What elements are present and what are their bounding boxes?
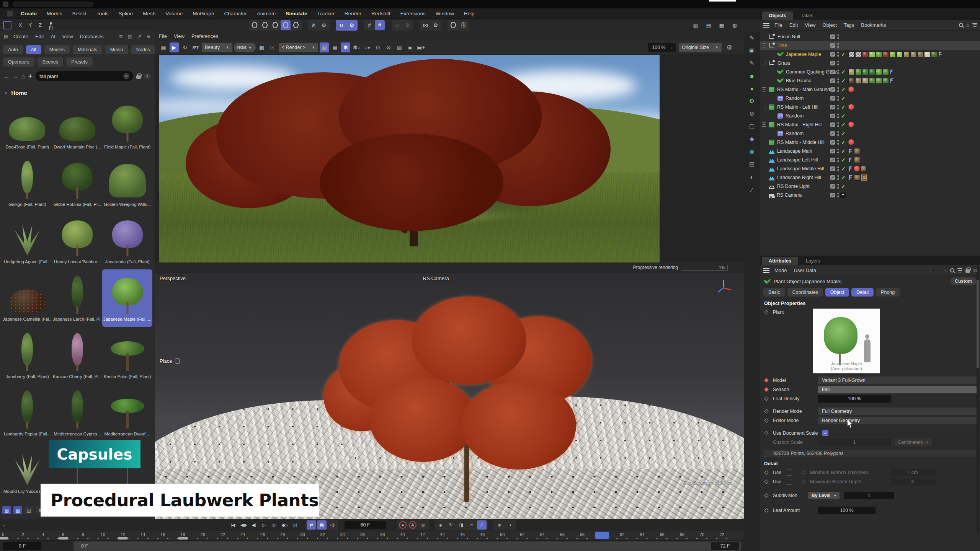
menu-window[interactable]: Window (431, 11, 459, 16)
ball-tag-icon[interactable] (854, 174, 860, 181)
material-chip[interactable] (917, 51, 923, 57)
prev-key-button[interactable]: ◀◆ (238, 520, 248, 530)
capsule-sphere-icon[interactable]: ◍ (730, 20, 740, 30)
hamburger-icon[interactable] (763, 23, 769, 28)
menu-animate[interactable]: Animate (252, 11, 281, 16)
asset-item-japanese-larch[interactable]: Japanese Larch (Fall, Pl... (52, 269, 103, 327)
asset-item-field-maple[interactable]: Field Maple (Fall, Plant) (102, 97, 152, 155)
snapshot-icon[interactable]: ✱ (341, 42, 350, 52)
record-pla-button[interactable]: ∕ (477, 520, 487, 530)
object-row-blue-grama[interactable]: Blue Grama✓ (760, 76, 980, 85)
object-row-common-quaking-grass[interactable]: Common Quaking Grass✓ (760, 67, 980, 76)
layer-chip-icon[interactable] (830, 105, 835, 109)
database-icon[interactable]: ≣ (117, 33, 125, 40)
layer-chip-icon[interactable] (830, 158, 835, 162)
flag-tag-icon[interactable] (848, 148, 853, 154)
layer-chip-icon[interactable] (830, 149, 835, 153)
leaf-density-field[interactable]: 100 % (818, 395, 891, 403)
min-branch-field[interactable]: 1 cm (890, 469, 936, 476)
menu-help[interactable]: Help (459, 11, 480, 16)
object-row-landscape-main[interactable]: Landscape Main✓ (760, 147, 980, 155)
leaf-amount-field[interactable]: 100 % (818, 507, 875, 514)
clear-search-icon[interactable]: ✕ (123, 73, 129, 79)
search-icon[interactable] (950, 268, 954, 272)
object-row-tree[interactable]: −Tree (760, 41, 980, 50)
layer-chip-icon[interactable] (830, 122, 835, 127)
material-chip[interactable] (848, 69, 854, 75)
material-chip[interactable] (869, 78, 875, 84)
crop-icon[interactable]: ⊡ (268, 42, 277, 52)
forward-icon[interactable]: → (937, 267, 942, 273)
autokey-icon[interactable]: Ⓐ (459, 20, 469, 30)
flag-tag-icon[interactable] (848, 157, 853, 163)
property-bullet[interactable] (764, 508, 768, 512)
visibility-dots[interactable] (837, 105, 839, 109)
layer-chip-icon[interactable] (830, 96, 835, 101)
enabled-check-icon[interactable]: ✓ (841, 122, 846, 128)
back-icon[interactable]: ← (929, 267, 934, 273)
visibility-dots[interactable] (837, 184, 839, 189)
disable-icon[interactable]: ⊘ (746, 109, 757, 119)
section-tab-detail[interactable]: Detail (851, 288, 874, 297)
use-max-branch-checkbox[interactable] (786, 479, 792, 485)
collapse-chevron-icon[interactable]: ‹ (3, 522, 5, 528)
shading-mode-icon-3[interactable] (270, 20, 280, 30)
rt-toggle[interactable]: RT (191, 42, 200, 52)
material-chip[interactable] (848, 51, 854, 57)
selected-maple-tree[interactable] (323, 293, 614, 502)
panel-layout-icon[interactable]: ▥ (126, 33, 134, 40)
menu-tools[interactable]: Tools (91, 11, 114, 16)
menu-character[interactable]: Character (219, 11, 252, 16)
category-tab-presets[interactable]: Presets (66, 57, 92, 67)
layer-chip-icon[interactable] (830, 78, 835, 83)
region-icon[interactable]: ⊠ (384, 42, 393, 52)
autokey-button[interactable]: A (409, 521, 416, 529)
material-chip[interactable] (903, 51, 910, 57)
mograph-settings-icon[interactable]: ⚙ (431, 20, 441, 30)
enabled-check-icon[interactable]: ✓ (841, 69, 846, 75)
asset-item-lombardy-poplar[interactable]: Lombardy Poplar (Fall... (2, 384, 52, 442)
record-rotation-button[interactable]: ↻ (446, 520, 456, 530)
material-chip[interactable] (876, 78, 882, 84)
material-chip[interactable] (848, 78, 854, 84)
spline-pen-icon[interactable]: ✎ (746, 58, 757, 68)
material-chip[interactable] (910, 51, 916, 57)
keyframe-marker[interactable] (118, 537, 127, 540)
subdivision-mode-dropdown[interactable]: By Level▾ (808, 492, 840, 499)
use-document-scale-checkbox[interactable]: ✓ (822, 430, 828, 436)
loop-button[interactable]: ⇄ (307, 520, 316, 530)
keyframe-settings-button[interactable]: ⊛ (418, 520, 428, 530)
asset-item-honey-locust-sunbur[interactable]: Honey Locust 'Sunbur... (52, 212, 103, 269)
shading-mode-icon-4[interactable] (281, 20, 291, 30)
menu-mesh[interactable]: Mesh (138, 11, 160, 16)
rs-tag-icon[interactable] (848, 86, 854, 93)
menu-render[interactable]: Render (340, 11, 366, 16)
visibility-dots[interactable] (837, 114, 839, 118)
property-bullet[interactable] (764, 310, 768, 314)
asset-item-ginkgo[interactable]: Ginkgo (Fall, Plant) (2, 155, 52, 212)
om-menu-bookmarks[interactable]: Bookmarks (858, 22, 889, 28)
home-icon[interactable]: ⌂ (21, 73, 25, 80)
render-menu-view[interactable]: View (174, 33, 185, 39)
menu-modes[interactable]: Modes (42, 11, 67, 16)
object-row-random[interactable]: Random✓ (760, 111, 980, 120)
asset-menu-create[interactable]: Create (10, 34, 32, 39)
tab-layers[interactable]: Layers (799, 257, 827, 265)
section-tab-coordinates[interactable]: Coordinates (787, 288, 823, 297)
property-bullet[interactable] (764, 409, 768, 413)
search-input[interactable]: fall plant ✕ (36, 71, 133, 81)
object-row-random[interactable]: Random✓ (760, 129, 980, 138)
compare-hatch-icon[interactable]: ▨ (395, 42, 404, 52)
custom-scale-unit-dropdown[interactable]: Centimeters▾ (895, 439, 932, 446)
add-image-icon[interactable]: ▣+ (416, 42, 426, 52)
next-frame-button[interactable]: |▷ (270, 520, 279, 530)
record-button[interactable]: ● (399, 521, 407, 529)
om-menu-view[interactable]: View (801, 22, 819, 28)
om-menu-tags[interactable]: Tags (840, 22, 858, 28)
visibility-dots[interactable] (837, 122, 839, 127)
visibility-dots[interactable] (837, 158, 839, 162)
refresh-icon[interactable]: ↻ (180, 42, 189, 52)
lock-icon[interactable] (320, 42, 329, 52)
menu-select[interactable]: Select (67, 11, 92, 16)
record-position-button[interactable]: ◈ (436, 520, 445, 530)
